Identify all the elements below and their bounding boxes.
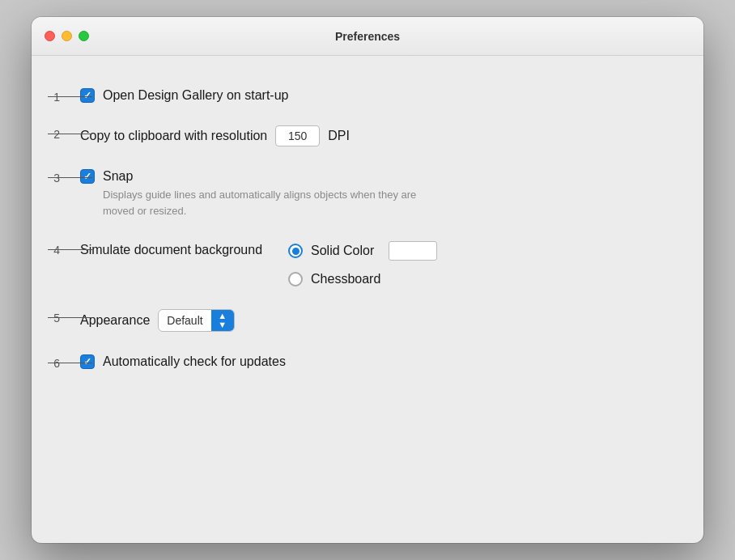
minimize-button[interactable] [62, 31, 72, 41]
background-radio-group: Solid Color Chessboard [288, 241, 437, 286]
maximize-button[interactable] [79, 31, 89, 41]
row-number-3: 3 [44, 172, 60, 185]
simulate-label: Simulate document background [80, 241, 262, 257]
row-6-content: ✓ Automatically check for updates [80, 354, 286, 369]
solid-color-label: Solid Color [311, 244, 374, 258]
solid-color-dot [292, 248, 300, 255]
dropdown-arrow-button[interactable]: ▲▼ [211, 309, 234, 332]
auto-update-label: Automatically check for updates [103, 354, 286, 369]
row-line-6 [48, 363, 92, 363]
dpi-input[interactable]: 150 [275, 125, 320, 146]
row-4: 4 Simulate document background Solid Col… [80, 241, 655, 286]
checkmark-3: ✓ [83, 172, 91, 181]
snap-description: Displays guide lines and automatically a… [103, 187, 427, 218]
open-gallery-label: Open Design Gallery on start-up [103, 88, 288, 103]
row-3-content: ✓ Snap [80, 169, 427, 184]
dpi-unit: DPI [328, 129, 350, 143]
close-button[interactable] [45, 31, 55, 41]
preferences-content: 1 ✓ Open Design Gallery on start-up 2 Co… [32, 56, 703, 543]
row-line-4 [48, 249, 92, 250]
dpi-value: 150 [288, 129, 307, 142]
window-title: Preferences [335, 30, 400, 43]
row-line-2 [48, 134, 92, 134]
simulate-row: Simulate document background Solid Color [80, 241, 437, 286]
row-number-2: 2 [44, 128, 60, 141]
snap-checkbox[interactable]: ✓ [80, 169, 95, 184]
solid-color-row: Solid Color [288, 241, 437, 261]
snap-block: ✓ Snap Displays guide lines and automati… [80, 169, 427, 218]
snap-label: Snap [103, 169, 133, 184]
row-6: 6 ✓ Automatically check for updates [80, 354, 655, 369]
open-gallery-checkbox[interactable]: ✓ [80, 88, 95, 103]
row-2-content: Copy to clipboard with resolution 150 DP… [80, 125, 350, 146]
titlebar: Preferences [32, 17, 703, 56]
row-1: 1 ✓ Open Design Gallery on start-up [80, 88, 655, 103]
row-number-6: 6 [44, 357, 60, 370]
row-number-5: 5 [44, 312, 60, 325]
row-line-3 [48, 177, 92, 178]
appearance-dropdown[interactable]: Default ▲▼ [158, 309, 234, 332]
row-5-content: Appearance Default ▲▼ [80, 309, 235, 332]
chessboard-row: Chessboard [288, 272, 437, 286]
row-number-4: 4 [44, 244, 60, 257]
checkmark-6: ✓ [83, 357, 91, 367]
row-line-1 [48, 96, 92, 97]
chessboard-radio[interactable] [288, 272, 303, 286]
color-swatch[interactable] [389, 241, 437, 261]
chessboard-label: Chessboard [311, 272, 380, 286]
row-2: 2 Copy to clipboard with resolution 150 … [80, 125, 655, 146]
solid-color-radio[interactable] [288, 244, 303, 258]
preferences-window: Preferences 1 ✓ Open Design Gallery on s… [32, 17, 703, 543]
appearance-label: Appearance [80, 313, 150, 328]
row-1-content: ✓ Open Design Gallery on start-up [80, 88, 288, 103]
clipboard-label: Copy to clipboard with resolution [80, 129, 267, 143]
stepper-arrows-icon: ▲▼ [218, 312, 227, 329]
row-number-1: 1 [44, 91, 60, 104]
row-3: 3 ✓ Snap Displays guide lines and automa… [80, 169, 655, 218]
row-5: 5 Appearance Default ▲▼ [80, 309, 655, 332]
row-line-5 [48, 317, 92, 318]
dropdown-value: Default [159, 314, 210, 327]
checkmark-1: ✓ [83, 91, 91, 100]
auto-update-checkbox[interactable]: ✓ [80, 354, 95, 369]
window-controls [45, 31, 89, 41]
